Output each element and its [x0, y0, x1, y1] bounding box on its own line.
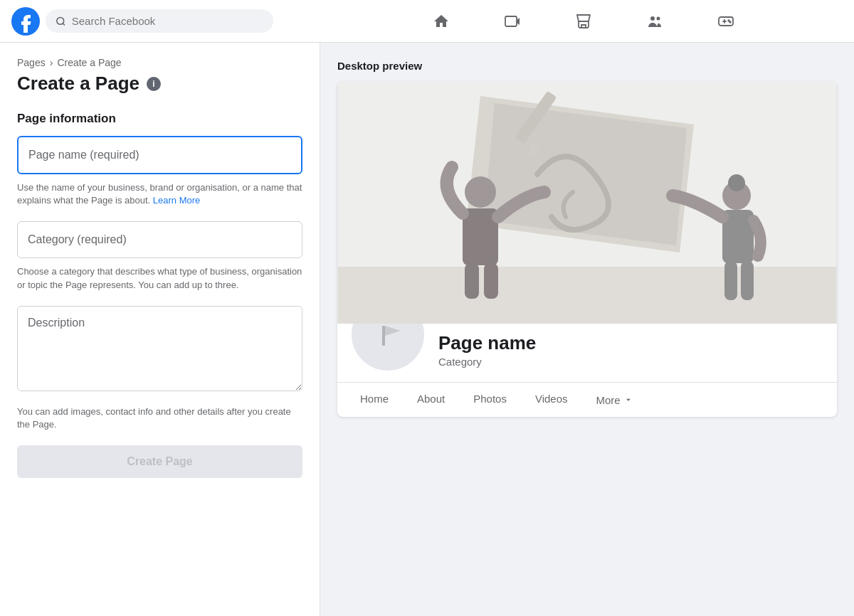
svg-rect-17	[465, 263, 479, 299]
search-input[interactable]	[72, 15, 263, 27]
page-nav-home[interactable]: Home	[349, 383, 400, 417]
svg-rect-18	[484, 263, 498, 299]
svg-marker-14	[484, 103, 687, 245]
main-layout: Pages › Create a Page Create a Page i Pa…	[0, 43, 854, 616]
breadcrumb: Pages › Create a Page	[17, 57, 302, 68]
home-nav-button[interactable]	[427, 7, 455, 36]
breadcrumb-separator: ›	[50, 57, 53, 68]
page-name-helper: Use the name of your business, brand or …	[17, 181, 302, 207]
svg-rect-3	[505, 16, 517, 26]
page-title: Create a Page	[17, 73, 139, 95]
page-name-input[interactable]	[17, 136, 302, 174]
section-title: Page information	[17, 112, 302, 126]
description-field	[17, 306, 302, 394]
search-bar[interactable]	[46, 9, 273, 33]
right-panel: Desktop preview	[320, 43, 854, 616]
images-helper: You can add images, contact info and oth…	[17, 405, 302, 431]
category-helper: Choose a category that describes what ty…	[17, 265, 302, 291]
svg-point-1	[57, 17, 64, 24]
svg-point-22	[728, 174, 745, 191]
breadcrumb-current: Create a Page	[57, 57, 121, 68]
page-nav-videos[interactable]: Videos	[524, 383, 579, 417]
category-input[interactable]	[17, 221, 302, 258]
top-navigation	[0, 0, 854, 43]
groups-nav-button[interactable]	[640, 7, 669, 36]
svg-point-6	[657, 16, 660, 20]
page-nav-about[interactable]: About	[406, 383, 456, 417]
page-nav: Home About Photos Videos More	[337, 382, 837, 417]
page-title-row: Create a Page i	[17, 73, 302, 95]
create-page-button[interactable]: Create Page	[17, 445, 302, 478]
video-icon	[504, 13, 521, 30]
svg-rect-25	[741, 261, 754, 300]
cover-illustration	[337, 82, 837, 324]
search-icon	[56, 16, 66, 27]
svg-point-9	[729, 21, 731, 23]
groups-icon	[646, 13, 663, 30]
svg-point-5	[650, 16, 655, 21]
page-nav-photos[interactable]: Photos	[462, 383, 518, 417]
svg-rect-12	[338, 267, 836, 324]
preview-label: Desktop preview	[337, 60, 837, 72]
chevron-down-icon	[623, 395, 633, 405]
home-icon	[433, 13, 450, 30]
svg-point-15	[465, 176, 496, 208]
page-nav-more[interactable]: More	[585, 383, 645, 417]
svg-rect-24	[724, 261, 737, 300]
gaming-nav-button[interactable]	[712, 7, 740, 36]
learn-more-link[interactable]: Learn More	[153, 195, 200, 206]
svg-rect-27	[382, 326, 385, 346]
nav-center	[325, 7, 843, 36]
category-field	[17, 221, 302, 258]
marketplace-icon	[575, 13, 592, 30]
more-label: More	[596, 394, 621, 406]
video-nav-button[interactable]	[498, 7, 527, 36]
svg-line-2	[63, 23, 65, 25]
marketplace-nav-button[interactable]	[569, 7, 598, 36]
info-icon[interactable]: i	[147, 77, 161, 91]
page-info: Page name Category	[438, 332, 536, 373]
page-name-field	[17, 136, 302, 174]
cover-image	[337, 82, 837, 324]
nav-left	[11, 7, 325, 36]
description-input[interactable]	[17, 306, 302, 391]
gaming-icon	[717, 13, 734, 30]
facebook-logo-icon[interactable]	[11, 7, 40, 36]
left-panel: Pages › Create a Page Create a Page i Pa…	[0, 43, 320, 616]
preview-category: Category	[438, 356, 536, 368]
breadcrumb-pages-link[interactable]: Pages	[17, 57, 46, 68]
preview-card: Page name Category Home About Photos Vid…	[337, 82, 837, 417]
svg-point-8	[728, 20, 729, 21]
preview-page-name: Page name	[438, 332, 536, 354]
